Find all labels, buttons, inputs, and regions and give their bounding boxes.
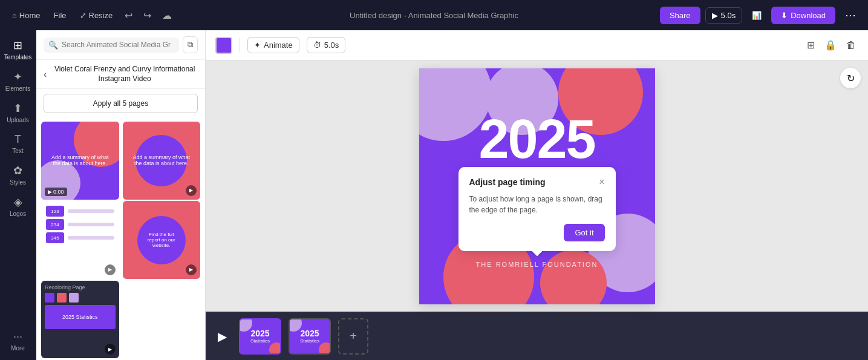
card4-play: ▶ <box>186 264 197 275</box>
styles-label: Styles <box>10 179 26 186</box>
canvas-duration-button[interactable]: ⏱ 5.0s <box>307 37 346 53</box>
canvas-duration-value: 5.0s <box>324 41 339 50</box>
more-label: More <box>11 345 25 352</box>
canvas-toolbar: ✦ Animate ⏱ 5.0s ⊞ 🔒 🗑 <box>206 30 868 61</box>
search-box: 🔍 <box>44 38 179 53</box>
tooltip-close-button[interactable]: × <box>599 177 604 188</box>
resize-icon: ⤢ <box>80 11 86 20</box>
timeline-thumb-2[interactable]: 2025 Statistics <box>289 318 331 355</box>
filter-button[interactable]: ⧉ <box>183 36 198 53</box>
play-button[interactable]: ▶ <box>213 327 232 346</box>
uploads-icon: ⬆ <box>13 102 22 115</box>
canvas-org: THE ROMRIELL FOUNDATION <box>476 261 598 268</box>
animate-label: Animate <box>264 41 293 50</box>
timeline-thumb-1[interactable]: 2025 Statistics <box>239 318 281 355</box>
template-card-3[interactable]: 123 234 345 ▶ <box>41 201 119 279</box>
resize-label: Resize <box>89 11 113 20</box>
got-it-button[interactable]: Got it <box>564 224 604 241</box>
trash-icon-button[interactable]: 🗑 <box>844 37 858 53</box>
document-title: Untitled design - Animated Social Media … <box>350 11 518 20</box>
refresh-button[interactable]: ↻ <box>840 68 861 88</box>
duration-button[interactable]: ▶ 5.0s <box>705 7 743 24</box>
topbar-left: ⌂ Home File ⤢ Resize ↩ ↪ ☁ <box>7 7 175 24</box>
tooltip-body: To adjust how long a page is shown, drag… <box>469 194 605 215</box>
tooltip-arrow <box>532 251 542 256</box>
apply-all-button[interactable]: Apply all 5 pages <box>44 94 198 113</box>
card2-play: ▶ <box>186 185 197 196</box>
download-button[interactable]: ⬇ Download <box>771 7 835 24</box>
play-icon: ▶ <box>712 11 718 20</box>
top-bar: ⌂ Home File ⤢ Resize ↩ ↪ ☁ Untitled desi… <box>0 0 868 30</box>
elements-label: Elements <box>5 85 31 92</box>
sidebar-item-elements[interactable]: ✦ Elements <box>2 67 34 96</box>
template-panel: 🔍 ⧉ ‹ Violet Coral Frenzy and Curvy Info… <box>36 30 206 360</box>
elements-icon: ✦ <box>13 70 22 83</box>
templates-label: Templates <box>4 54 32 61</box>
download-label: Download <box>791 11 826 20</box>
uploads-label: Uploads <box>7 117 29 123</box>
grid-icon-button[interactable]: ⊞ <box>804 37 817 53</box>
more-options-button[interactable]: ⋯ <box>840 6 861 24</box>
tooltip-title: Adjust page timing <box>469 177 546 187</box>
search-input[interactable] <box>62 41 174 49</box>
undo-button[interactable]: ↩ <box>121 7 136 24</box>
canvas-right-icons: ⊞ 🔒 🗑 <box>804 37 858 53</box>
template-name: Violet Coral Frenzy and Curvy Informatio… <box>51 65 198 83</box>
sidebar-item-logos[interactable]: ◈ Logos <box>2 192 34 221</box>
thumb1-year: 2025 <box>250 329 269 338</box>
color-swatch[interactable] <box>215 37 232 54</box>
card1-duration: ▶ 0:00 <box>45 188 67 196</box>
panel-header: 🔍 ⧉ <box>36 30 205 60</box>
duration-value: 5.0s <box>721 11 736 20</box>
home-label: Home <box>19 11 41 20</box>
home-button[interactable]: ⌂ Home <box>7 8 45 22</box>
share-button[interactable]: Share <box>660 7 700 24</box>
card1-text: Add a summary of what the data is about … <box>41 148 119 172</box>
templates-icon: ⊞ <box>13 39 22 52</box>
redo-button[interactable]: ↪ <box>140 7 155 24</box>
card2-text: Add a summary of what the data is about … <box>123 148 201 172</box>
resize-button[interactable]: ⤢ Resize <box>75 8 118 22</box>
stats-button[interactable]: 📊 <box>747 8 766 22</box>
logos-label: Logos <box>10 211 26 217</box>
add-page-button[interactable]: + <box>338 318 368 355</box>
topbar-right: Share ▶ 5.0s 📊 ⬇ Download ⋯ <box>660 6 861 24</box>
template-card-4[interactable]: Find the full report on our website. ▶ <box>123 201 201 279</box>
card3-num1: 123 <box>46 206 64 217</box>
template-card-1[interactable]: Add a summary of what the data is about … <box>41 122 119 200</box>
thumb1-circle-br <box>269 342 280 353</box>
thumb2-year: 2025 <box>300 329 319 338</box>
card3-num2: 234 <box>46 219 64 230</box>
download-icon: ⬇ <box>781 11 788 20</box>
canvas-year: 2025 <box>478 112 595 166</box>
toolbar-divider <box>240 38 240 53</box>
animate-button[interactable]: ✦ Animate <box>247 37 299 53</box>
sidebar-item-uploads[interactable]: ⬆ Uploads <box>2 98 34 127</box>
file-label: File <box>54 11 67 20</box>
thumb1-sub: Statistics <box>250 338 270 344</box>
templates-grid: Add a summary of what the data is about … <box>36 118 205 360</box>
card4-text: Find the full report on our website. <box>137 226 186 254</box>
card5-title: Recoloring Page <box>45 284 116 290</box>
back-button[interactable]: ‹ <box>44 69 47 80</box>
file-button[interactable]: File <box>49 8 71 22</box>
template-name-bar: ‹ Violet Coral Frenzy and Curvy Informat… <box>36 60 205 89</box>
animate-icon: ✦ <box>254 41 261 50</box>
tooltip-bubble: Adjust page timing × To adjust how long … <box>458 167 616 251</box>
card3-num3: 345 <box>46 232 64 243</box>
timeline: ▶ 2025 Statistics 2025 Statistics + <box>206 312 868 360</box>
sidebar-item-more[interactable]: ··· More <box>2 327 34 355</box>
logos-icon: ◈ <box>14 195 22 209</box>
cloud-save-button[interactable]: ☁ <box>158 7 175 24</box>
sidebar-item-styles[interactable]: ✿ Styles <box>2 160 34 189</box>
template-card-2[interactable]: Add a summary of what the data is about … <box>123 122 201 200</box>
template-card-5[interactable]: Recoloring Page 2025 Statistics ▶ <box>41 281 119 359</box>
sidebar-item-templates[interactable]: ⊞ Templates <box>2 35 34 64</box>
lock-icon-button[interactable]: 🔒 <box>822 37 839 53</box>
home-icon: ⌂ <box>12 11 17 20</box>
card5-play: ▶ <box>105 344 116 355</box>
icon-sidebar: ⊞ Templates ✦ Elements ⬆ Uploads T Text … <box>0 30 36 360</box>
thumb2-circle-br <box>319 342 330 353</box>
sidebar-item-text[interactable]: T Text <box>2 129 34 158</box>
search-icon: 🔍 <box>48 41 58 50</box>
